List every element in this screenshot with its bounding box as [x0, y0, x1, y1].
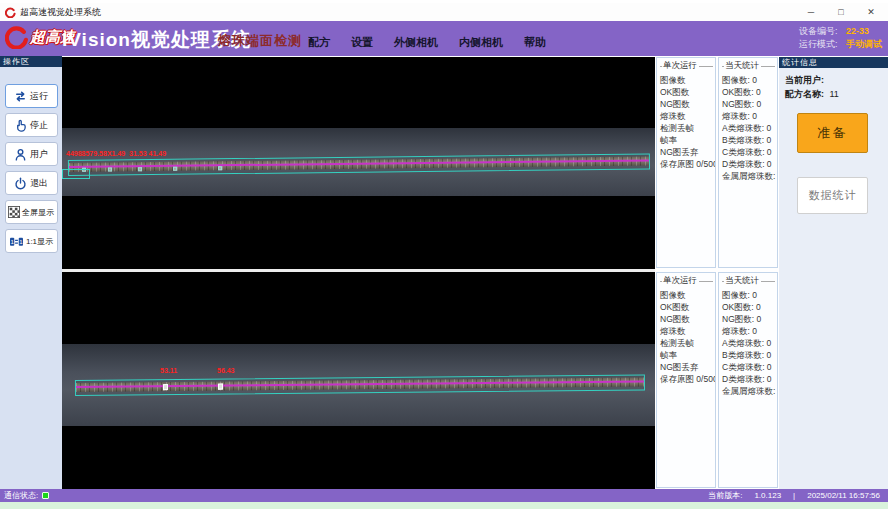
stat-row: 保存原图 0/500 — [660, 373, 715, 385]
data-statistics-button[interactable]: 数据统计 — [797, 177, 868, 214]
menu-item-settings[interactable]: 设置 — [351, 35, 373, 50]
stat-row: NG图数: 0 — [722, 98, 777, 110]
prepare-button[interactable]: 准备 — [797, 113, 868, 153]
run-mode-label: 运行模式: — [799, 38, 841, 51]
device-number-value: 22-33 — [846, 25, 869, 38]
measurement-point-marker — [163, 384, 168, 390]
stat-row: OK图数 — [660, 301, 715, 313]
user-button[interactable]: 用户 — [5, 142, 58, 166]
roi-rectangle-small — [62, 169, 90, 179]
stat-row: 帧率 — [660, 134, 715, 146]
run-button-label: 运行 — [30, 90, 48, 103]
single-run-stats: 单次运行 图像数 OK图数 NG图数 熔珠数 检测丢帧 帧率 NG图丢弃 保存原… — [656, 272, 716, 488]
power-icon — [14, 177, 27, 190]
stat-row: 熔珠数 — [660, 110, 715, 122]
stat-row: 图像数: 0 — [722, 74, 777, 86]
sidebar-buttons: 运行 停止 用户 退出 — [0, 67, 62, 253]
stat-row: A类熔珠数: 0 — [722, 122, 777, 134]
stat-row: NG图丢弃 — [660, 361, 715, 373]
app-title: 超高速视觉处理系统 — [20, 6, 101, 19]
exit-button-label: 退出 — [30, 177, 48, 190]
stat-row: OK图数: 0 — [722, 86, 777, 98]
device-info: 设备编号: 22-33 运行模式: 手动调试 — [799, 25, 882, 51]
daily-stats: 当天统计 图像数: 0 OK图数: 0 NG图数: 0 熔珠数: 0 A类熔珠数… — [718, 272, 778, 488]
stat-row: 保存原图 0/500 — [660, 158, 715, 170]
stat-row: B类熔珠数: 0 — [722, 349, 777, 361]
stat-row: C类熔珠数: 0 — [722, 361, 777, 373]
info-panel: 统计信息 当前用户: 配方名称: 11 准备 数据统计 — [779, 57, 888, 489]
stat-row: 图像数 — [660, 74, 715, 86]
recipe-name-label: 配方名称: — [785, 89, 824, 99]
run-mode-value: 手动调试 — [846, 38, 882, 51]
minimize-button[interactable]: ─ — [796, 3, 826, 21]
recipe-name-value: 11 — [830, 89, 839, 99]
one-to-one-icon: 1 1 — [9, 235, 24, 248]
os-titlebar: 超高速视觉处理系统 ─ □ ✕ — [0, 3, 888, 21]
app-header: 超高速 IVision视觉处理系统 熔珠端面检测 配方 设置 外侧相机 内侧相机… — [0, 21, 888, 56]
stat-row: NG图丢弃 — [660, 146, 715, 158]
stats-panel-inner: 单次运行 图像数 OK图数 NG图数 熔珠数 检测丢帧 帧率 NG图丢弃 保存原… — [656, 272, 778, 488]
main-menu: 配方 设置 外侧相机 内侧相机 帮助 — [308, 35, 546, 50]
menu-item-help[interactable]: 帮助 — [524, 35, 546, 50]
current-user-label: 当前用户: — [785, 75, 824, 85]
taskbar-strip — [0, 502, 888, 509]
run-mode-row: 运行模式: 手动调试 — [799, 38, 882, 51]
comm-status-indicator — [42, 492, 49, 499]
one-to-one-button[interactable]: 1 1 1:1显示 — [5, 229, 58, 253]
stop-button-label: 停止 — [30, 119, 48, 132]
fullscreen-button[interactable]: 全屏显示 — [5, 200, 58, 224]
user-icon — [14, 148, 27, 161]
stop-button[interactable]: 停止 — [5, 113, 58, 137]
brand-swoosh-icon — [5, 25, 29, 49]
stat-row: D类熔珠数: 0 — [722, 373, 777, 385]
stat-row: B类熔珠数: 0 — [722, 134, 777, 146]
stat-row: A类熔珠数: 0 — [722, 337, 777, 349]
stat-row: OK图数: 0 — [722, 301, 777, 313]
stat-row: 检测丢帧 — [660, 337, 715, 349]
daily-stats: 当天统计 图像数: 0 OK图数: 0 NG图数: 0 熔珠数: 0 A类熔珠数… — [718, 57, 778, 268]
status-separator: | — [793, 491, 795, 500]
version-value: 1.0.123 — [754, 491, 781, 500]
daily-stats-header: 当天统计 — [722, 275, 777, 287]
operation-sidebar: 操作区 运行 停止 用户 — [0, 56, 62, 489]
stat-row: 图像数 — [660, 289, 715, 301]
menu-item-inner-camera[interactable]: 内侧相机 — [459, 35, 503, 50]
measurement-point-marker — [218, 384, 223, 390]
current-user-row: 当前用户: — [785, 73, 888, 87]
device-number-label: 设备编号: — [799, 25, 841, 38]
one-to-one-button-label: 1:1显示 — [26, 236, 53, 247]
status-bar: 通信状态: 当前版本: 1.0.123 | 2025/02/11 16:57:5… — [0, 489, 888, 502]
stat-row: OK图数 — [660, 86, 715, 98]
run-button[interactable]: 运行 — [5, 84, 58, 108]
point-measurement-label: 53.11 — [160, 367, 177, 374]
stat-row: 帧率 — [660, 349, 715, 361]
sidebar-header: 操作区 — [0, 56, 62, 67]
fullscreen-grid-icon — [8, 206, 20, 218]
stats-panel-outer: 单次运行 图像数 OK图数 NG图数 熔珠数 检测丢帧 帧率 NG图丢弃 保存原… — [656, 57, 778, 268]
exit-button[interactable]: 退出 — [5, 171, 58, 195]
daily-stats-header: 当天统计 — [722, 60, 777, 72]
camera-viewport-inner[interactable]: 53.11 56.43 — [62, 272, 655, 489]
camera-viewport-outer[interactable]: 44988579.58X1.49 31.53 41.49 — [62, 57, 655, 269]
user-button-label: 用户 — [30, 148, 48, 161]
info-panel-header: 统计信息 — [779, 57, 888, 68]
close-button[interactable]: ✕ — [856, 3, 886, 21]
bead-marker — [108, 168, 112, 172]
run-cycle-icon — [14, 90, 27, 103]
info-rows: 当前用户: 配方名称: 11 — [779, 68, 888, 101]
single-run-header: 单次运行 — [660, 275, 715, 287]
stat-row: 金属屑熔珠数: 0 — [722, 385, 777, 397]
maximize-button[interactable]: □ — [826, 3, 856, 21]
bead-marker — [138, 167, 142, 171]
stat-row: 熔珠数 — [660, 325, 715, 337]
stat-row: 熔珠数: 0 — [722, 110, 777, 122]
bead-marker — [173, 167, 177, 171]
camera-view-area: 44988579.58X1.49 31.53 41.49 53.11 56.43 — [62, 57, 655, 489]
menu-item-outer-camera[interactable]: 外侧相机 — [394, 35, 438, 50]
comm-status: 通信状态: — [4, 490, 49, 501]
menu-item-recipe[interactable]: 配方 — [308, 35, 330, 50]
version-info: 当前版本: 1.0.123 | 2025/02/11 16:57:56 — [708, 490, 880, 501]
stat-row: 熔珠数: 0 — [722, 325, 777, 337]
stat-row: NG图数 — [660, 313, 715, 325]
single-run-stats: 单次运行 图像数 OK图数 NG图数 熔珠数 检测丢帧 帧率 NG图丢弃 保存原… — [656, 57, 716, 268]
